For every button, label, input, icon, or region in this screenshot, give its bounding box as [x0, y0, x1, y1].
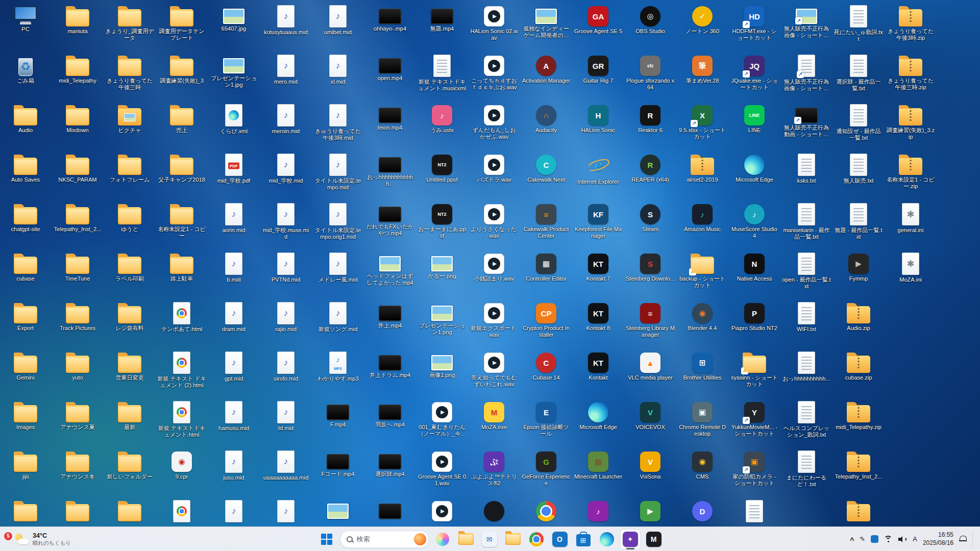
- desktop-icon[interactable]: Fコード.mp4: [312, 449, 363, 478]
- desktop-icon[interactable]: cubase: [0, 252, 51, 282]
- desktop-icon[interactable]: [260, 499, 311, 524]
- desktop-icon-brother-utilities[interactable]: ⊞Brother Utilities: [677, 350, 728, 381]
- desktop-icon[interactable]: よりうさくなった.wav: [469, 202, 520, 239]
- desktop-icon-discord[interactable]: D: [677, 499, 728, 523]
- desktop-icon[interactable]: ずんだもん_しおかぜふ.wav: [469, 103, 520, 140]
- desktop-icon[interactable]: mid_学校.mid: [260, 153, 311, 184]
- hidden-icons-chevron[interactable]: ^: [850, 536, 854, 544]
- widgets-weather-button[interactable]: 5 34°C 晴れのちくもり: [2, 530, 77, 548]
- desktop-icon[interactable]: MoZA.ini: [885, 252, 936, 283]
- desktop-icon-obs-studio[interactable]: ◎OBS Studio: [625, 4, 676, 35]
- desktop-icon[interactable]: [104, 499, 155, 523]
- desktop-icon[interactable]: ↗backup - ショートカット: [677, 252, 728, 289]
- desktop-icon-musescore-studio-4[interactable]: ♪MuseScore Studio 4: [729, 202, 780, 239]
- desktop-icon[interactable]: [312, 499, 363, 520]
- desktop-icon[interactable]: airset2-2019: [677, 153, 728, 183]
- desktop-icon-green-player-app[interactable]: ▶: [625, 499, 676, 523]
- desktop-icon[interactable]: テンポあて.html: [156, 301, 207, 333]
- tray-pen-icon[interactable]: ✎: [860, 535, 865, 543]
- desktop-icon-audacity[interactable]: ∩Audacity: [521, 103, 572, 134]
- desktop-icon[interactable]: 名称未設定1 - コピー.zip: [885, 153, 936, 190]
- taskbar-app-mail[interactable]: ✉: [479, 529, 500, 549]
- clock[interactable]: 16:55 2025/08/16: [923, 531, 953, 547]
- desktop-icon-voicevox[interactable]: VVOICEVOX: [625, 400, 676, 431]
- desktop-icon[interactable]: jusu.mid: [208, 449, 259, 481]
- show-desktop-button[interactable]: [972, 532, 975, 546]
- desktop-icon-steam[interactable]: SSteam: [625, 202, 676, 233]
- desktop-icon-minecraft-launcher[interactable]: ▦Minecraft Launcher: [573, 449, 624, 480]
- search-input[interactable]: 検索: [340, 531, 429, 548]
- desktop-icon[interactable]: maniuta: [52, 4, 103, 35]
- desktop-icon[interactable]: Audio.zip: [833, 301, 884, 332]
- desktop-icon[interactable]: プレゼンテーション1.jpg: [208, 54, 259, 88]
- desktop-icon[interactable]: 選択肢 - 親作品一覧.txt: [833, 54, 884, 92]
- desktop-icon[interactable]: 小銭詰まり.wav: [469, 252, 520, 282]
- desktop-icon[interactable]: おっhhhhhhhhhh...: [781, 350, 832, 382]
- desktop-icon[interactable]: ksks.txt: [781, 153, 832, 184]
- desktop-icon[interactable]: open - 親作品一覧.txt: [781, 252, 832, 290]
- desktop-icon[interactable]: 父子キャンプ2018: [156, 153, 207, 183]
- desktop-icon[interactable]: ↗無人販売不正行為画像 - ショートカット: [781, 54, 832, 92]
- desktop-icon[interactable]: mid_学校.pdf: [208, 153, 259, 184]
- desktop-icon-microsoft-edge[interactable]: Microsoft Edge: [729, 153, 780, 183]
- desktop-icon[interactable]: 新しいフォルダー: [104, 449, 155, 480]
- desktop-icon[interactable]: td.mid: [260, 400, 311, 432]
- desktop-icon[interactable]: こってちｈｄすおｆｄｓｂぶお.wav: [469, 54, 520, 91]
- desktop-icon[interactable]: ↗無人販売不正行為動画 - ショートカット: [781, 103, 832, 138]
- desktop-icon[interactable]: くらび.xml: [208, 103, 259, 135]
- desktop-icon-yukkun-movie-maker[interactable]: Y↗YukkunMovieM... - ショートカット: [729, 400, 780, 437]
- desktop-icon-fymmp[interactable]: ▶Fymmp: [833, 252, 884, 282]
- desktop-icon[interactable]: [416, 499, 468, 523]
- desktop-icon-geforce-experience[interactable]: GGeForce Experience: [521, 449, 572, 487]
- desktop-icon[interactable]: プレゼンテーション1.png: [416, 301, 468, 336]
- desktop-icon-xlsx-shortcut[interactable]: X↗9.5.xlsx - ショートカット: [677, 103, 728, 140]
- desktop-icon-cakewalk-product-center[interactable]: ≡Cakewalk Product Center: [521, 202, 572, 239]
- desktop-icon[interactable]: chatgpt-site: [0, 202, 51, 233]
- desktop-icon[interactable]: ゆうと: [104, 202, 155, 233]
- start-button[interactable]: [316, 529, 337, 549]
- desktop-icon[interactable]: Audio: [0, 103, 51, 134]
- desktop-icon-blender[interactable]: ◉Blender 4.4: [677, 301, 728, 332]
- desktop-icon[interactable]: kotusytuaaus.mid: [260, 4, 311, 36]
- desktop-icon[interactable]: [364, 499, 415, 520]
- desktop-icon[interactable]: uaaaaaaaaaa.mid: [260, 449, 311, 481]
- desktop-icon-reaktor-6[interactable]: RReaktor 6: [625, 103, 676, 134]
- desktop-icon[interactable]: meroin.mid: [260, 103, 311, 135]
- desktop-icon[interactable]: WIFI.txt: [781, 301, 832, 333]
- desktop-icon-cubase-14[interactable]: CCubase 14: [521, 350, 572, 381]
- desktop-icon-controller-editor[interactable]: ▦Controller Editor: [521, 252, 572, 282]
- desktop-icon[interactable]: ↗無人販売不正行為画像 - ショートカッ...: [781, 4, 832, 39]
- desktop-icon-cakewalk-next[interactable]: CCakewalk Next: [521, 153, 572, 183]
- taskbar-app-file-explorer[interactable]: [456, 529, 476, 549]
- desktop-icon[interactable]: [52, 499, 103, 523]
- desktop-icon[interactable]: 画像1.png: [416, 350, 468, 379]
- desktop-icon-kontakt-8[interactable]: KTKontakt 8: [573, 301, 624, 332]
- desktop-icon-kontakt-7[interactable]: KTKontakt 7: [573, 252, 624, 282]
- desktop-icon[interactable]: わかりやす.mp3: [312, 350, 363, 382]
- desktop-icon[interactable]: [729, 499, 780, 524]
- desktop-icon[interactable]: 答え知ってでもむずいわこれ.wav: [469, 350, 520, 388]
- desktop-icon-crypton-product-installer[interactable]: CPCrypton Product Installer: [521, 301, 572, 338]
- desktop-icon[interactable]: 新規エクスポート.wav: [469, 301, 520, 338]
- desktop-icon[interactable]: まにたにわーるど！.txt: [781, 449, 832, 488]
- desktop-icon[interactable]: Auto Saves: [0, 153, 51, 183]
- desktop-icon-steinberg-download-assistant[interactable]: SSteinberg Downlo...: [625, 252, 676, 282]
- taskbar-app-outlook[interactable]: O: [550, 529, 570, 549]
- desktop-icon[interactable]: レジ袋有料: [104, 301, 155, 332]
- desktop-icon[interactable]: 路上駐車: [156, 252, 207, 282]
- desktop-icon[interactable]: xl.mid: [312, 54, 363, 85]
- desktop-icon[interactable]: Telepathy_Inst_2...: [833, 449, 884, 480]
- desktop-icon[interactable]: 調査練習(失敗)_3: [156, 54, 207, 84]
- desktop-icon-guitar-rig-7[interactable]: GRGuitar Rig 7: [573, 54, 624, 84]
- desktop-icon-this-pc[interactable]: PC: [0, 4, 51, 33]
- desktop-icon-native-access[interactable]: NNative Access: [729, 252, 780, 282]
- desktop-icon[interactable]: sirofo.mid: [260, 350, 311, 382]
- desktop-icon[interactable]: [0, 499, 51, 523]
- desktop-icon[interactable]: NKSC_PARAM: [52, 153, 103, 183]
- desktop-icon[interactable]: Images: [0, 400, 51, 431]
- desktop-icon[interactable]: gpt.mid: [208, 350, 259, 382]
- desktop-icon[interactable]: ラベル印刷: [104, 252, 155, 282]
- desktop-icon[interactable]: 選択肢.mp4: [364, 449, 415, 478]
- desktop-icon[interactable]: 調査用データテンプレート: [156, 4, 207, 41]
- desktop-icon-ustx-file[interactable]: ♪うみ.ustx: [416, 103, 468, 134]
